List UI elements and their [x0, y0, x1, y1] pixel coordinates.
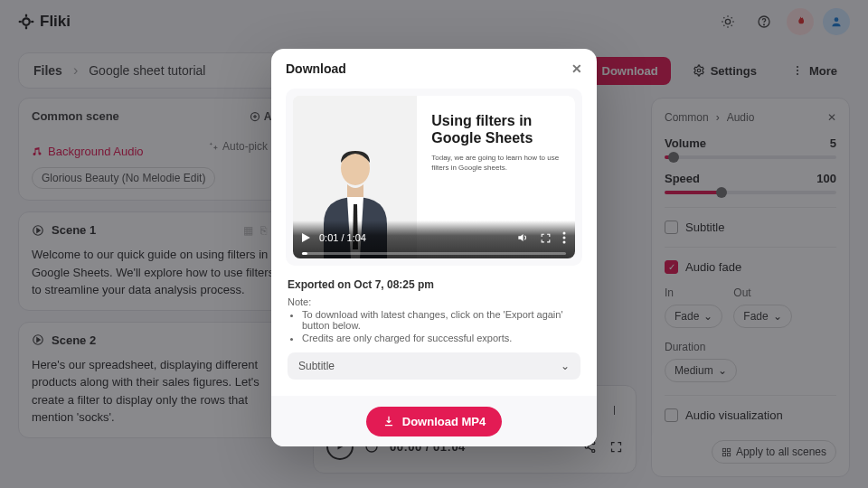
video-time: 0:01 / 1:04: [319, 232, 366, 243]
subtitle-select[interactable]: Subtitle ⌄: [288, 352, 580, 380]
svg-point-42: [563, 241, 566, 244]
download-mp4-button[interactable]: Download MP4: [366, 407, 502, 436]
video-progress[interactable]: [302, 252, 566, 255]
subtitle-select-label: Subtitle: [298, 360, 335, 372]
video-fullscreen-icon[interactable]: [540, 232, 552, 244]
preview-sub: Today, we are going to learn how to use …: [431, 154, 564, 173]
video-more-icon[interactable]: [562, 231, 566, 244]
note-1: To download with latest changes, click o…: [302, 309, 580, 331]
download-modal: Download ✕: [271, 49, 597, 446]
exported-time: Exported on Oct 7, 08:25 pm: [288, 278, 580, 291]
note-heading: Note:: [288, 296, 580, 307]
svg-point-40: [563, 232, 566, 235]
video-play-icon[interactable]: [302, 233, 310, 242]
modal-overlay[interactable]: Download ✕: [0, 0, 868, 488]
modal-close-icon[interactable]: ✕: [571, 61, 582, 76]
volume-icon[interactable]: [516, 231, 529, 244]
svg-point-41: [563, 237, 566, 239]
download-mp4-label: Download MP4: [402, 415, 486, 428]
preview-title: Using filters in Google Sheets: [431, 112, 564, 146]
chevron-down-icon: ⌄: [561, 360, 570, 372]
note-2: Credits are only charged for successful …: [302, 333, 580, 343]
video-preview[interactable]: Using filters in Google Sheets Today, we…: [293, 96, 575, 258]
modal-title: Download: [286, 61, 346, 76]
